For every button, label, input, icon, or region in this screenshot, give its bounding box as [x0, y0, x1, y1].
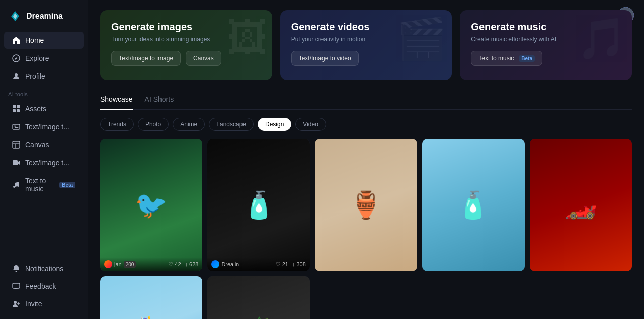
music-icon — [12, 181, 20, 189]
nav-profile[interactable]: Profile — [4, 68, 84, 85]
filter-landscape[interactable]: Landscape — [209, 118, 254, 131]
gallery-item-1-footer: jan 200 ♡ 42 ↓ 628 — [100, 257, 202, 271]
nav-home[interactable]: Home — [4, 32, 84, 49]
likes-2: ♡ 21 — [276, 261, 288, 268]
video-icon — [12, 159, 20, 167]
nav-home-label: Home — [25, 36, 44, 44]
message-icon — [12, 282, 20, 290]
app-name: Dreamina — [26, 12, 63, 21]
filter-design[interactable]: Design — [258, 118, 291, 131]
grid-icon — [12, 104, 20, 113]
text-video-btn-label: Text/Image to video — [299, 55, 351, 62]
nav-invite[interactable]: Invite — [4, 295, 84, 312]
user-name-2: Dreajin — [221, 261, 239, 267]
section-label: AI tools — [0, 85, 88, 99]
content-tabs: Showcase AI Shorts — [100, 92, 632, 110]
sidebar: Dreamina Home Explore Profile AI tools A… — [0, 0, 88, 319]
main-content: 🔵 0 🖼 Generate images Turn your ideas in… — [88, 0, 644, 319]
card-deco-images: 🖼 — [227, 15, 267, 61]
feature-card-images: 🖼 Generate images Turn your ideas into s… — [100, 10, 272, 80]
svg-point-13 — [17, 185, 19, 187]
beta-badge: Beta — [59, 182, 75, 188]
downloads-1: ↓ 628 — [185, 261, 199, 267]
gallery-item-3[interactable]: 🏺 — [315, 139, 417, 271]
music-beta-badge: Beta — [519, 55, 535, 62]
svg-rect-6 — [13, 124, 20, 129]
gallery-item-5[interactable]: 🏎️ — [530, 139, 632, 271]
nav-profile-label: Profile — [25, 72, 45, 80]
tab-showcase[interactable]: Showcase — [100, 92, 133, 110]
nav-canvas-label: Canvas — [25, 141, 49, 149]
logo[interactable]: Dreamina — [0, 6, 88, 31]
filter-trends[interactable]: Trends — [100, 118, 134, 131]
user-avatar-1 — [104, 260, 112, 268]
nav-text-image-video[interactable]: Text/Image t... — [4, 154, 84, 171]
gallery-item-2-user: Dreajin — [211, 260, 239, 268]
image-gallery: 🐦 jan 200 ♡ 42 ↓ 628 🧴 — [100, 139, 632, 319]
svg-rect-2 — [13, 105, 16, 108]
gallery-item-7[interactable]: 🪴 — [207, 276, 309, 319]
svg-rect-14 — [13, 283, 20, 288]
svg-rect-8 — [13, 141, 20, 148]
home-icon — [12, 36, 20, 44]
feature-cards: 🖼 Generate images Turn your ideas into s… — [100, 10, 632, 80]
text-image-to-video-button[interactable]: Text/Image to video — [291, 51, 359, 66]
card-deco-videos: 🎬 — [396, 15, 447, 62]
downloads-2: ↓ 308 — [292, 261, 306, 267]
gallery-item-2-footer: Dreajin ♡ 21 ↓ 308 — [207, 257, 309, 271]
gallery-item-2-stats: ♡ 21 ↓ 308 — [276, 261, 306, 268]
svg-rect-3 — [17, 105, 20, 108]
svg-point-7 — [14, 125, 15, 126]
nav-text-to-music[interactable]: Text to music Beta — [4, 172, 84, 197]
canvas-btn-label: Canvas — [193, 55, 214, 62]
image-icon — [12, 123, 20, 131]
nav-explore[interactable]: Explore — [4, 50, 84, 67]
nav-explore-label: Explore — [25, 54, 49, 62]
filter-bar: Trends Photo Anime Landscape Design Vide… — [100, 118, 632, 131]
tab-ai-shorts[interactable]: AI Shorts — [145, 92, 174, 110]
nav-music-label: Text to music — [25, 177, 52, 193]
user-avatar-2 — [211, 260, 219, 268]
feature-card-music: 🎵 Generate music Create music effortless… — [460, 10, 632, 80]
filter-photo[interactable]: Photo — [138, 118, 169, 131]
svg-point-15 — [14, 301, 17, 304]
svg-point-12 — [13, 186, 15, 188]
nav-text-image-label: Text/Image t... — [25, 123, 69, 131]
nav-feedback[interactable]: Feedback — [4, 278, 84, 295]
text-image-to-image-button[interactable]: Text/Image to image — [111, 51, 181, 66]
filter-video[interactable]: Video — [295, 118, 326, 131]
canvas-button[interactable]: Canvas — [186, 51, 221, 66]
svg-point-1 — [15, 73, 18, 76]
nav-assets[interactable]: Assets — [4, 100, 84, 117]
nav-text-image[interactable]: Text/Image t... — [4, 118, 84, 135]
gallery-item-2[interactable]: 🧴 Dreajin ♡ 21 ↓ 308 — [207, 139, 309, 271]
gallery-item-6[interactable]: 🎠 — [100, 276, 202, 319]
bell-icon — [12, 265, 20, 273]
gallery-item-1-stats: ♡ 42 ↓ 628 — [168, 261, 198, 268]
svg-rect-5 — [17, 109, 20, 112]
gallery-item-1-user: jan 200 — [104, 260, 136, 268]
logo-icon — [8, 9, 22, 23]
compass-icon — [12, 54, 20, 62]
feature-card-videos: 🎬 Generate videos Put your creativity in… — [280, 10, 452, 80]
gallery-item-1[interactable]: 🐦 jan 200 ♡ 42 ↓ 628 — [100, 139, 202, 271]
text-image-btn-label: Text/Image to image — [119, 55, 173, 62]
nav-assets-label: Assets — [25, 104, 46, 113]
user-icon — [12, 72, 20, 80]
nav-invite-label: Invite — [25, 300, 42, 308]
text-music-btn-label: Text to music — [478, 55, 514, 62]
text-to-music-button[interactable]: Text to music Beta — [471, 51, 542, 66]
nav-feedback-label: Feedback — [25, 282, 56, 290]
nav-canvas[interactable]: Canvas — [4, 136, 84, 153]
nav-notifications[interactable]: Notifications — [4, 260, 84, 277]
layout-icon — [12, 141, 20, 149]
nav-notifications-label: Notifications — [25, 265, 63, 273]
likes-1: ♡ 42 — [168, 261, 181, 268]
gallery-item-4[interactable]: 🧴 — [422, 139, 524, 271]
filter-anime[interactable]: Anime — [173, 118, 205, 131]
sidebar-bottom: Notifications Feedback Invite — [0, 260, 88, 313]
badge-1: 200 — [124, 261, 136, 268]
svg-rect-4 — [13, 109, 16, 112]
card-deco-music: 🎵 — [577, 15, 627, 62]
svg-rect-11 — [13, 160, 18, 165]
